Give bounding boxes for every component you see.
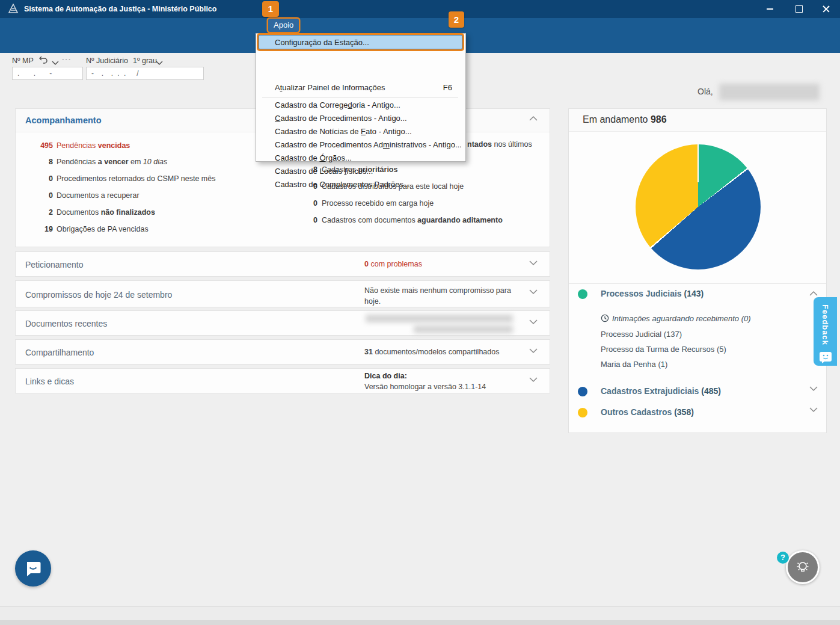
- panel-compromissos-title: Compromissos de hoje 24 de setembro: [25, 290, 172, 300]
- legend-sub-turma-recursos[interactable]: Processo da Turma de Recursos (5): [601, 345, 726, 354]
- app-logo-icon: [8, 4, 19, 14]
- maximize-button[interactable]: [785, 0, 813, 18]
- app-window: Sistema de Automação da Justiça - Minist…: [0, 0, 840, 625]
- legend-sub-intimacoes[interactable]: Intimações aguardando recebimento (0): [601, 314, 751, 323]
- panel-peticionamento-title: Peticionamento: [25, 260, 84, 269]
- expand-chevron-down-icon[interactable]: [528, 345, 539, 359]
- judicial-grade-label: 1º grau: [133, 57, 157, 65]
- title-bar: Sistema de Automação da Justiça - Minist…: [0, 0, 840, 18]
- help-question-badge[interactable]: ?: [777, 552, 789, 564]
- pie-chart[interactable]: [636, 144, 761, 269]
- legend-sub-processo-judicial[interactable]: Processo Judicial (137): [601, 330, 682, 339]
- judicial-number-label: Nº Judiciário: [86, 57, 128, 65]
- legend-divider: [569, 283, 826, 284]
- expand-chevron-down-icon[interactable]: [528, 374, 539, 387]
- legend-chevron-down-icon[interactable]: [808, 383, 819, 396]
- minimize-button[interactable]: [756, 0, 783, 18]
- feedback-chat-icon: [819, 351, 832, 363]
- callout-step-2: 2: [449, 11, 464, 28]
- menu-item-cadastro-complementos[interactable]: Cadastro de Complementos Padrões...: [256, 178, 465, 191]
- panel-compartilhamento[interactable]: Compartilhamento 31 documentos/modelos c…: [15, 339, 550, 365]
- legend-dot: [578, 408, 587, 417]
- menu-separator: [262, 97, 458, 97]
- menu-item-cadastro-procedimentos[interactable]: Cadastro de Procedimentos - Antigo...: [256, 112, 465, 125]
- expand-chevron-down-icon[interactable]: [528, 286, 539, 300]
- footer-strip: [0, 620, 840, 625]
- lightbulb-icon: [794, 558, 812, 576]
- window-title: Sistema de Automação da Justiça - Minist…: [24, 0, 216, 18]
- menu-item-cadastro-locais-fisicos[interactable]: Cadastro de Locais físicos...: [256, 165, 465, 178]
- feedback-label: Feedback: [821, 304, 830, 345]
- panel-peticionamento[interactable]: Peticionamento 0 com problemas: [15, 251, 550, 277]
- compartilhamento-status: 31 documentos/modelos compartilhados: [364, 348, 499, 356]
- shortcut-f6: F6: [443, 81, 452, 94]
- compromissos-status: Não existe mais nenhum compromisso para …: [364, 285, 515, 307]
- more-options-icon[interactable]: ···: [62, 55, 72, 64]
- mp-number-label: Nº MP: [12, 57, 34, 65]
- menu-apoio[interactable]: Apoio: [268, 19, 299, 32]
- mp-number-input[interactable]: [12, 67, 83, 80]
- panel-links-title: Links e dicas: [25, 377, 74, 386]
- menu-item-cadastro-corregedoria[interactable]: Cadastro da Corregedoria - Antigo...: [256, 99, 465, 112]
- legend-dot: [578, 387, 587, 396]
- clock-icon: [601, 314, 609, 322]
- legend-sub-maria-da-penha[interactable]: Maria da Penha (1): [601, 360, 667, 369]
- menu-item-configuracao-estacao[interactable]: Configuração da Estação...: [259, 35, 462, 49]
- dica-do-dia-label: Dica do dia:: [364, 372, 407, 380]
- close-button[interactable]: [812, 0, 840, 18]
- legend-cadastros-extrajudiciais[interactable]: Cadastros Extrajudiciais (485): [569, 386, 826, 399]
- documentos-redacted-line: [414, 325, 513, 333]
- undo-icon[interactable]: [38, 55, 48, 67]
- dica-do-dia-text: Versão homologar a versão 3.1.1-14: [364, 383, 486, 391]
- user-name-redacted: [719, 84, 820, 100]
- menu-item-cadastro-noticias-fato[interactable]: Cadastro de Notícias de Fato - Antigo...: [256, 125, 465, 138]
- menu-item-cadastro-orgaos[interactable]: Cadastro de Órgãos...: [256, 152, 465, 165]
- greeting-label: Olá,: [697, 87, 713, 96]
- expand-chevron-down-icon[interactable]: [528, 257, 539, 271]
- tips-lightbulb-button[interactable]: [786, 550, 820, 584]
- legend-dot: [578, 289, 587, 299]
- menu-item-atualizar-painel[interactable]: Atualizar Painel de Informações F6: [256, 81, 465, 94]
- panel-links-dicas[interactable]: Links e dicas Dica do dia: Versão homolo…: [15, 368, 550, 393]
- legend-processos-judiciais[interactable]: Processos Judiciais (143): [569, 288, 826, 301]
- panel-documentos-title: Documentos recentes: [25, 319, 107, 328]
- peticionamento-status: 0 com problemas: [364, 260, 422, 268]
- panel-em-andamento: Em andamento 986 Processos Judiciais (14…: [568, 108, 827, 433]
- documentos-redacted-line: [366, 315, 513, 322]
- em-andamento-title: Em andamento 986: [583, 114, 667, 125]
- menu-item-cadastro-proc-administrativos[interactable]: Cadastro de Procedimentos Administrativo…: [256, 138, 465, 152]
- em-andamento-header: Em andamento 986: [569, 109, 826, 132]
- chat-bubble-icon: [24, 559, 42, 577]
- legend-outros-cadastros[interactable]: Outros Cadastros (358): [569, 407, 826, 420]
- chat-support-button[interactable]: [15, 550, 51, 587]
- legend-chevron-down-icon[interactable]: [808, 404, 819, 417]
- callout-step-1: 1: [262, 1, 279, 17]
- panel-documentos-recentes[interactable]: Documentos recentes: [15, 310, 550, 336]
- panel-compromissos[interactable]: Compromissos de hoje 24 de setembro Não …: [15, 280, 550, 307]
- feedback-tab[interactable]: Feedback: [814, 297, 837, 366]
- collapse-chevron-up-icon[interactable]: [528, 113, 539, 126]
- apoio-dropdown-menu: Configuração da Estação... Atualizar Pai…: [256, 33, 466, 162]
- judicial-number-input[interactable]: [86, 67, 204, 80]
- expand-chevron-down-icon[interactable]: [528, 316, 539, 330]
- panel-compartilhamento-title: Compartilhamento: [25, 348, 94, 357]
- panel-acompanhamento-title: Acompanhamento: [25, 115, 102, 125]
